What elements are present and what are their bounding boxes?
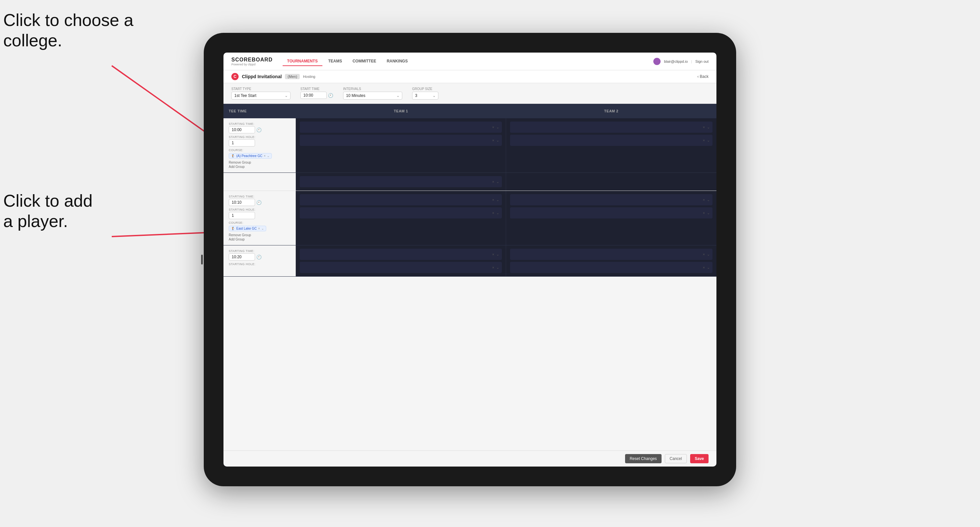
course-tag-1[interactable]: 🏌 East Lake GC × ⌄	[229, 226, 266, 231]
group-size-select[interactable]: 3	[412, 92, 438, 100]
bottom-bar: Reset Changes Cancel Save	[223, 451, 716, 467]
hole-select-0[interactable]: 1	[229, 139, 255, 146]
team2-panel-1: × ⌄ × ⌄	[506, 191, 716, 245]
player-slot-0-2[interactable]: × ⌄	[510, 122, 713, 133]
player-slot-2-1[interactable]: × ⌄	[300, 262, 502, 273]
time-input-row-0: 🕙	[229, 126, 290, 133]
player-slot-0-3[interactable]: × ⌄	[510, 135, 713, 146]
team1-panel-2: × ⌄ × ⌄	[296, 245, 506, 276]
cancel-button[interactable]: Cancel	[665, 454, 687, 463]
slot-chevron-icon[interactable]: ⌄	[707, 265, 710, 270]
time-input-row-2: 🕙	[229, 253, 290, 260]
nav-link-tournaments[interactable]: TOURNAMENTS	[283, 57, 322, 66]
remove-group-1[interactable]: Remove Group	[229, 233, 290, 237]
slot-chevron-icon[interactable]: ⌄	[496, 180, 499, 184]
group-size-group: Group Size 3	[412, 87, 438, 100]
course-tag-0[interactable]: 🏌 (A) Peachtree GC × ⌄	[229, 153, 272, 159]
tablet-screen: SCOREBOARD Powered by clippd TOURNAMENTS…	[223, 52, 716, 467]
course-name-1: East Lake GC	[236, 227, 257, 230]
player-slot-1-1[interactable]: × ⌄	[300, 207, 502, 219]
slot-chevron-icon[interactable]: ⌄	[496, 138, 499, 143]
annotation-line3: Click to add	[3, 191, 93, 210]
slot-x-icon[interactable]: ×	[492, 265, 494, 270]
extra-team2-0	[506, 173, 716, 190]
slot-x-icon[interactable]: ×	[492, 198, 494, 202]
slot-x-icon[interactable]: ×	[703, 252, 705, 256]
slot-chevron-icon[interactable]: ⌄	[496, 265, 499, 270]
annotation-add-player: Click to add a player.	[3, 190, 93, 232]
starting-time-label-0: STARTING TIME:	[229, 122, 290, 125]
slot-x-icon[interactable]: ×	[703, 211, 705, 215]
time-input-0[interactable]	[229, 126, 255, 133]
hole-select-1[interactable]: 1	[229, 212, 255, 219]
save-button[interactable]: Save	[690, 454, 708, 463]
time-input-2[interactable]	[229, 253, 255, 260]
slot-x-icon[interactable]: ×	[492, 125, 494, 129]
slot-chevron-icon[interactable]: ⌄	[707, 125, 710, 129]
reset-button[interactable]: Reset Changes	[625, 454, 662, 463]
time-input-1[interactable]	[229, 199, 255, 206]
team2-panel-0: × ⌄ × ⌄	[506, 118, 716, 173]
clock-icon-2: 🕙	[256, 255, 262, 260]
slot-chevron-icon[interactable]: ⌄	[707, 198, 710, 202]
extra-slot-0[interactable]: × ⌄	[300, 176, 502, 187]
hole-label-2: STARTING HOLE:	[229, 262, 290, 266]
starting-time-label-1: STARTING TIME:	[229, 195, 290, 198]
course-chevron-1[interactable]: ⌄	[261, 227, 264, 230]
clock-icon: 🕙	[328, 93, 333, 98]
start-time-input[interactable]	[301, 92, 327, 99]
course-remove-0[interactable]: ×	[264, 154, 266, 158]
slot-x-icon[interactable]: ×	[492, 180, 494, 184]
slot-x-icon[interactable]: ×	[703, 125, 705, 129]
slot-chevron-icon[interactable]: ⌄	[496, 125, 499, 129]
extra-row-0: × ⌄	[223, 173, 716, 191]
annotation-line1: Click to choose a	[3, 11, 134, 30]
player-slot-1-3[interactable]: × ⌄	[510, 207, 713, 219]
intervals-wrapper: 10 Minutes	[343, 92, 402, 100]
slot-chevron-icon[interactable]: ⌄	[707, 252, 710, 257]
slot-chevron-icon[interactable]: ⌄	[707, 211, 710, 215]
schedule-body: STARTING TIME: 🕙 STARTING HOLE: 1 COURSE…	[223, 118, 716, 451]
nav-link-teams[interactable]: TEAMS	[324, 57, 347, 66]
action-links-1: Remove Group Add Group	[229, 233, 290, 241]
clippd-logo: C	[231, 73, 239, 80]
player-slot-2-0[interactable]: × ⌄	[300, 249, 502, 260]
player-slot-1-2[interactable]: × ⌄	[510, 194, 713, 205]
slot-x-icon[interactable]: ×	[492, 252, 494, 256]
player-slot-0-0[interactable]: × ⌄	[300, 122, 502, 133]
th-tee-time: Tee Time	[223, 106, 296, 116]
course-remove-1[interactable]: ×	[258, 227, 260, 230]
start-type-select[interactable]: 1st Tee Start	[231, 92, 291, 100]
clock-icon-0: 🕙	[256, 127, 262, 132]
sign-out-link[interactable]: Sign out	[695, 59, 708, 63]
slot-x-icon[interactable]: ×	[703, 198, 705, 202]
player-slot-0-1[interactable]: × ⌄	[300, 135, 502, 146]
slot-x-icon[interactable]: ×	[492, 211, 494, 215]
course-name-0: (A) Peachtree GC	[236, 154, 262, 158]
remove-group-0[interactable]: Remove Group	[229, 161, 290, 164]
start-type-label: Start Type	[231, 87, 291, 90]
start-time-group: Start Time 🕙	[301, 87, 333, 100]
back-button[interactable]: ‹ Back	[697, 74, 708, 79]
slot-x-icon[interactable]: ×	[703, 265, 705, 270]
slot-chevron-icon[interactable]: ⌄	[496, 198, 499, 202]
user-email: blair@clippd.io	[664, 59, 687, 63]
extra-team1-0: × ⌄	[296, 173, 506, 190]
add-group-1[interactable]: Add Group	[229, 238, 290, 241]
nav-link-committee[interactable]: COMMITTEE	[348, 57, 381, 66]
course-chevron-0[interactable]: ⌄	[267, 154, 269, 158]
slot-chevron-icon[interactable]: ⌄	[496, 211, 499, 215]
nav-link-rankings[interactable]: RANKINGS	[382, 57, 412, 66]
player-slot-2-3[interactable]: × ⌄	[510, 262, 713, 273]
player-slot-2-2[interactable]: × ⌄	[510, 249, 713, 260]
group-size-wrapper: 3	[412, 92, 438, 100]
slot-chevron-icon[interactable]: ⌄	[496, 252, 499, 257]
add-group-0[interactable]: Add Group	[229, 165, 290, 168]
player-slot-1-0[interactable]: × ⌄	[300, 194, 502, 205]
intervals-select[interactable]: 10 Minutes	[343, 92, 402, 100]
scroll-indicator[interactable]	[201, 255, 203, 265]
slot-x-icon[interactable]: ×	[703, 138, 705, 142]
slot-x-icon[interactable]: ×	[492, 138, 494, 142]
start-type-group: Start Type 1st Tee Start	[231, 87, 291, 100]
slot-chevron-icon[interactable]: ⌄	[707, 138, 710, 143]
